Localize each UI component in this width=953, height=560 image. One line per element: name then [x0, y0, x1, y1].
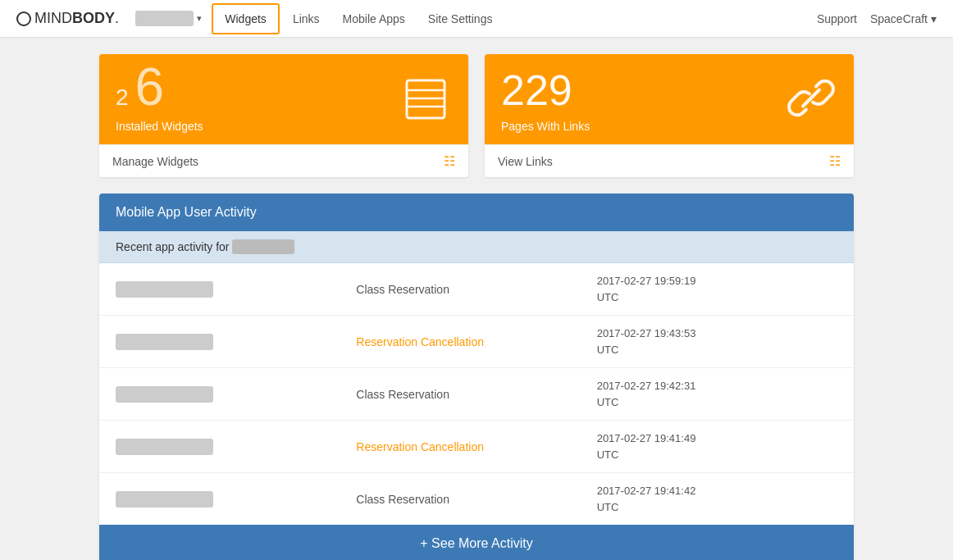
brand-logo[interactable]: MIND BODY .	[16, 10, 119, 27]
account-name: ██████	[135, 11, 194, 26]
card-bottom-links[interactable]: View Links ☷	[485, 144, 854, 177]
see-more-button[interactable]: + See More Activity	[99, 525, 854, 560]
activity-rows: ██████████Class Reservation2017-02-27 19…	[99, 263, 854, 525]
table-row: ██████████Class Reservation2017-02-27 19…	[99, 473, 854, 525]
card-bottom-widgets[interactable]: Manage Widgets ☷	[99, 144, 468, 177]
nav-widgets[interactable]: Widgets	[212, 3, 280, 34]
activity-name: ██████████	[116, 439, 356, 455]
manage-widgets-link[interactable]: Manage Widgets	[112, 155, 198, 168]
activity-type: Class Reservation	[356, 493, 596, 506]
brand-mind: MIND	[34, 10, 72, 27]
activity-name: ██████████	[116, 281, 356, 298]
links-icon	[785, 72, 837, 127]
brand-dot: .	[115, 10, 119, 27]
brand-body: BODY	[72, 10, 115, 27]
subheader-prefix: Recent app activity for	[116, 240, 230, 253]
nav-links: Widgets Links Mobile Apps Site Settings	[210, 0, 504, 38]
account-selector[interactable]: ██████ ▾	[135, 11, 202, 26]
navbar: MIND BODY . ██████ ▾ Widgets Links Mobil…	[0, 0, 953, 38]
activity-time: 2017-02-27 19:59:19 UTC	[597, 273, 837, 305]
subheader-account: ██████	[232, 239, 294, 254]
view-links-link[interactable]: View Links	[498, 155, 553, 168]
card-top-widgets: 2 6 Installed Widgets	[99, 54, 468, 144]
brand-circle-icon	[16, 11, 31, 26]
activity-type: Reservation Cancellation	[356, 440, 596, 453]
widgets-big-num: 6	[135, 61, 165, 113]
activity-time: 2017-02-27 19:42:31 UTC	[597, 378, 837, 410]
table-row: ██████████Reservation Cancellation2017-0…	[99, 421, 854, 473]
widgets-small-num: 2	[116, 86, 129, 109]
installed-widgets-card: 2 6 Installed Widgets Manage Widgets ☷	[99, 54, 468, 177]
nav-links-item[interactable]: Links	[281, 0, 331, 38]
widgets-number-area: 2 6	[116, 69, 164, 113]
card-top-links: 229 Pages With Links	[485, 54, 854, 144]
spacecraft-chevron-icon: ▾	[931, 12, 937, 25]
table-row: ██████████Reservation Cancellation2017-0…	[99, 316, 854, 368]
manage-widgets-icon: ☷	[444, 153, 455, 169]
spacecraft-link[interactable]: SpaceCraft ▾	[870, 12, 937, 25]
activity-type: Class Reservation	[356, 283, 596, 296]
chevron-down-icon: ▾	[197, 13, 202, 24]
activity-time: 2017-02-27 19:41:42 UTC	[597, 483, 837, 515]
widgets-icon	[399, 73, 452, 125]
widgets-label: Installed Widgets	[116, 120, 203, 133]
cards-row: 2 6 Installed Widgets Manage Widgets ☷	[99, 54, 854, 177]
main-content: 2 6 Installed Widgets Manage Widgets ☷	[83, 38, 870, 560]
spacecraft-label: SpaceCraft	[870, 12, 928, 25]
navbar-right: Support SpaceCraft ▾	[817, 12, 937, 25]
pages-with-links-card: 229 Pages With Links View Links ☷	[485, 54, 854, 177]
activity-table: Mobile App User Activity Recent app acti…	[99, 193, 854, 560]
links-big-num: 229	[501, 69, 572, 112]
activity-name: ██████████	[116, 491, 356, 508]
links-label: Pages With Links	[501, 120, 590, 133]
links-number-area: 229	[501, 69, 572, 112]
activity-type: Class Reservation	[356, 388, 596, 401]
activity-header: Mobile App User Activity	[99, 193, 854, 231]
activity-time: 2017-02-27 19:43:53 UTC	[597, 326, 837, 357]
activity-type: Reservation Cancellation	[356, 335, 596, 348]
support-link[interactable]: Support	[817, 12, 857, 25]
activity-name: ██████████	[116, 334, 356, 350]
activity-name: ██████████	[116, 386, 356, 403]
nav-site-settings[interactable]: Site Settings	[417, 0, 504, 38]
table-row: ██████████Class Reservation2017-02-27 19…	[99, 368, 854, 421]
nav-mobile-apps[interactable]: Mobile Apps	[331, 0, 417, 38]
table-row: ██████████Class Reservation2017-02-27 19…	[99, 263, 854, 316]
view-links-icon: ☷	[829, 153, 841, 169]
activity-subheader: Recent app activity for ██████	[99, 231, 854, 263]
activity-time: 2017-02-27 19:41:49 UTC	[597, 430, 837, 462]
